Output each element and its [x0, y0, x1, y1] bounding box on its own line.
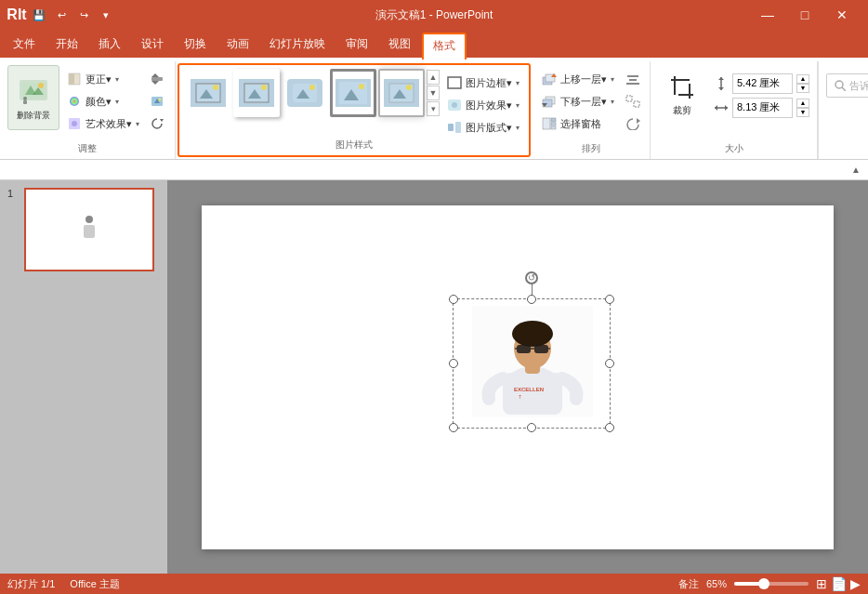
pp-icon: RIt [7, 6, 26, 24]
art-effects-icon [67, 116, 82, 131]
align-icon [625, 73, 640, 86]
tab-design[interactable]: 设计 [132, 33, 173, 58]
group-button[interactable] [622, 91, 644, 112]
title-bar-left: RIt 💾 ↩ ↪ ▾ [7, 6, 115, 24]
select-pane-button[interactable]: 选择窗格 [538, 113, 618, 134]
maximize-btn[interactable]: □ [786, 6, 823, 24]
svg-rect-12 [151, 77, 163, 81]
slide-1-number: 1 [7, 188, 19, 199]
tab-transitions[interactable]: 切换 [175, 33, 216, 58]
handle-middle-left[interactable] [449, 359, 458, 368]
color-label: 颜色▾ [85, 95, 112, 109]
notes-button[interactable]: 备注 [678, 577, 699, 591]
width-decrease[interactable]: ▼ [796, 108, 809, 117]
corrections-label: 更正▾ [85, 73, 112, 86]
handle-bottom-middle[interactable] [527, 423, 536, 432]
tab-review[interactable]: 审阅 [336, 33, 377, 58]
move-up-layer-button[interactable]: 上移一层▾▾ [538, 69, 618, 89]
reset-picture-button[interactable] [147, 113, 167, 134]
ribbon-group-adjust: 删除背景 更正▾▾ 颜色▾▾ [0, 61, 176, 159]
zoom-level: 65% [706, 578, 727, 589]
crop-button[interactable]: 裁剪 [658, 70, 706, 121]
undo-btn[interactable]: ↩ [52, 6, 71, 24]
slideshow-view-btn[interactable]: ▶ [850, 576, 861, 591]
handle-middle-right[interactable] [605, 359, 614, 368]
svg-rect-52 [626, 96, 632, 101]
height-increase[interactable]: ▲ [796, 74, 809, 84]
adjust-content: 删除背景 更正▾▾ 颜色▾▾ [7, 65, 167, 140]
picture-border-button[interactable]: 图片边框▾▾ [443, 73, 523, 93]
ribbon-tabs: 文件 开始 插入 设计 切换 动画 幻灯片放映 审阅 视图 格式 [0, 30, 868, 58]
width-input[interactable]: 8.13 厘米 [732, 98, 793, 118]
crop-label: 裁剪 [673, 104, 691, 117]
width-increase[interactable]: ▲ [796, 99, 809, 108]
status-bar-right: 备注 65% ⊞ 📄 ▶ [678, 576, 861, 591]
svg-point-74 [512, 321, 553, 347]
handle-top-left[interactable] [449, 295, 458, 304]
svg-rect-53 [634, 101, 639, 107]
redo-btn[interactable]: ↪ [74, 6, 93, 24]
rotate-handle[interactable]: ↺ [525, 271, 538, 284]
gallery-scroll-up[interactable]: ▲ [427, 70, 440, 85]
height-input[interactable]: 5.42 厘米 [732, 73, 793, 94]
more-quick-btn[interactable]: ▾ [97, 6, 115, 24]
gallery-expand[interactable]: ▾ [427, 101, 440, 116]
corrections-button[interactable]: 更正▾▾ [63, 69, 143, 89]
tab-animations[interactable]: 动画 [217, 33, 258, 58]
change-picture-button[interactable] [147, 91, 167, 112]
tab-view[interactable]: 视图 [379, 33, 420, 58]
handle-top-middle[interactable] [527, 295, 536, 304]
remove-background-button[interactable]: 删除背景 [7, 65, 59, 130]
normal-view-btn[interactable]: ⊞ [816, 576, 827, 591]
tab-home[interactable]: 开始 [46, 33, 87, 58]
picture-layout-button[interactable]: 图片版式▾▾ [443, 117, 523, 138]
close-btn[interactable]: ✕ [823, 6, 861, 24]
slide-info: 幻灯片 1/1 [7, 577, 55, 591]
handle-bottom-right[interactable] [605, 423, 614, 432]
handle-top-right[interactable] [605, 295, 614, 304]
window-controls: — □ ✕ [749, 6, 861, 24]
pic-style-2[interactable] [233, 69, 280, 117]
slide-canvas[interactable]: ↺ [202, 205, 834, 549]
pic-border-icon [447, 76, 462, 89]
color-button[interactable]: 颜色▾▾ [63, 91, 143, 112]
move-down-layer-button[interactable]: 下移一层▾▾ [538, 91, 618, 112]
tab-insert[interactable]: 插入 [89, 33, 130, 58]
minimize-btn[interactable]: — [749, 6, 786, 24]
slide-1-thumbnail[interactable] [24, 188, 154, 271]
tab-format[interactable]: 格式 [422, 33, 467, 59]
zoom-slider[interactable] [734, 582, 809, 586]
arrange-buttons: 上移一层▾▾ 下移一层▾▾ 选择窗格 [538, 69, 618, 134]
align-button[interactable] [622, 69, 644, 89]
art-effects-button[interactable]: 艺术效果▾▾ [63, 113, 143, 134]
compress-picture-button[interactable] [147, 69, 167, 89]
arrange-more-buttons [622, 69, 644, 134]
handle-bottom-left[interactable] [449, 423, 458, 432]
svg-line-66 [842, 87, 846, 91]
window-title: 演示文稿1 - PowerPoint [375, 7, 493, 23]
zoom-thumb[interactable] [758, 578, 769, 589]
ribbon-expand-button[interactable]: ▲ [851, 165, 861, 175]
pic-style-3[interactable] [282, 69, 328, 117]
pic-style-1[interactable] [185, 69, 231, 117]
height-decrease[interactable]: ▼ [796, 84, 809, 93]
save-quick-btn[interactable]: 💾 [30, 6, 48, 24]
image-selection-box[interactable]: ↺ [453, 298, 611, 429]
search-bar[interactable]: 告诉我您想要做什么... [826, 73, 868, 98]
gallery-scroll-down[interactable]: ▼ [427, 86, 440, 100]
tab-file[interactable]: 文件 [4, 33, 45, 58]
view-buttons: ⊞ 📄 ▶ [816, 576, 861, 591]
rotate-button[interactable] [622, 113, 644, 134]
height-input-row: 5.42 厘米 ▲ ▼ [714, 73, 809, 94]
svg-rect-46 [551, 118, 556, 122]
height-value: 5.42 厘米 [737, 76, 780, 90]
person-head [85, 216, 93, 223]
tab-slideshow[interactable]: 幻灯片放映 [260, 33, 335, 58]
svg-point-9 [70, 97, 79, 106]
reading-view-btn[interactable]: 📄 [831, 576, 847, 591]
width-icon [714, 100, 729, 115]
pic-styles-content: ▲ ▼ ▾ 图片边框▾▾ 图片效果▾▾ 图片版式▾▾ [185, 69, 523, 138]
picture-effect-button[interactable]: 图片效果▾▾ [443, 95, 523, 115]
pic-style-5[interactable] [378, 69, 425, 117]
pic-style-4[interactable] [330, 69, 376, 117]
